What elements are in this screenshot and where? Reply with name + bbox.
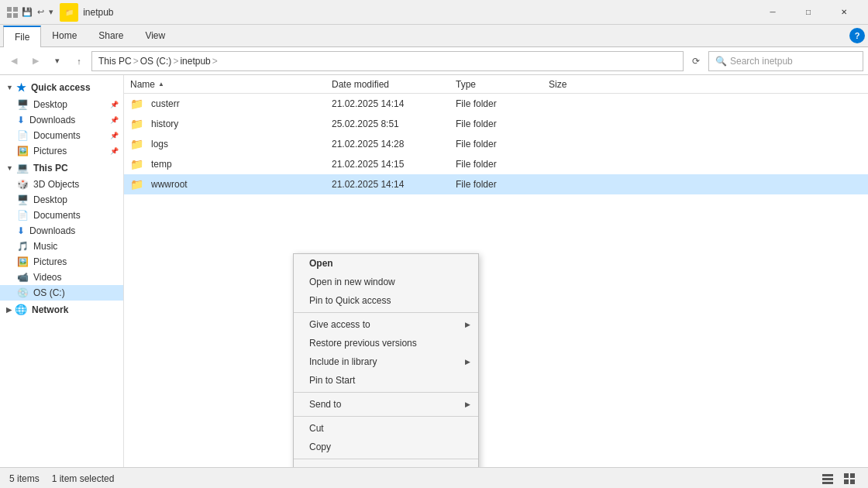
path-drive[interactable]: OS (C:) bbox=[140, 56, 172, 67]
close-button[interactable]: ✕ bbox=[826, 0, 862, 25]
address-bar: ◀ ▶ ▾ ↑ This PC > OS (C:) > inetpub > ⟳ … bbox=[0, 47, 868, 75]
status-info: 5 items 1 item selected bbox=[9, 473, 114, 484]
network-label: Network bbox=[32, 304, 68, 315]
forward-button[interactable]: ▶ bbox=[26, 52, 45, 70]
tab-home[interactable]: Home bbox=[41, 25, 88, 46]
file-date-history: 25.02.2025 8:51 bbox=[332, 119, 456, 129]
col-header-size[interactable]: Size bbox=[549, 79, 611, 90]
file-row-wwwroot[interactable]: 📁 wwwroot 21.02.2025 14:14 File folder bbox=[124, 174, 868, 194]
sidebar-item-downloads[interactable]: ⬇ Downloads 📌 bbox=[0, 112, 123, 128]
svg-rect-3 bbox=[13, 13, 18, 18]
sidebar-label-pictures: Pictures bbox=[33, 146, 67, 156]
sidebar-label-documents: Documents bbox=[33, 130, 81, 141]
sidebar-item-videos[interactable]: 📹 Videos bbox=[0, 270, 123, 285]
ctx-divider-3 bbox=[294, 416, 478, 417]
recent-button[interactable]: ▾ bbox=[48, 52, 67, 70]
ribbon: File Home Share View ? bbox=[0, 25, 868, 47]
up-button[interactable]: ↑ bbox=[70, 52, 88, 70]
file-type-history: File folder bbox=[456, 119, 549, 129]
undo-icon[interactable]: ↩ bbox=[37, 7, 44, 16]
col-header-date[interactable]: Date modified bbox=[332, 79, 456, 90]
status-bar: 5 items 1 item selected bbox=[0, 467, 868, 488]
ctx-create-shortcut[interactable]: Create shortcut bbox=[294, 462, 478, 467]
help-button[interactable]: ? bbox=[849, 28, 865, 43]
col-header-name[interactable]: Name ▲ bbox=[130, 79, 332, 90]
pin-icon-downloads: 📌 bbox=[110, 116, 119, 124]
col-header-type[interactable]: Type bbox=[456, 79, 549, 90]
window-title: inetpub bbox=[83, 7, 755, 18]
details-view-button[interactable] bbox=[818, 469, 837, 488]
folder-icon-pictures: 🖼️ bbox=[17, 146, 29, 156]
view-toggle bbox=[818, 469, 859, 488]
sidebar-item-pictures[interactable]: 🖼️ Pictures 📌 bbox=[0, 143, 123, 159]
file-name-logs: 📁 logs bbox=[130, 138, 332, 150]
file-row-history[interactable]: 📁 history 25.02.2025 8:51 File folder bbox=[124, 114, 868, 134]
pin-icon-documents: 📌 bbox=[110, 132, 119, 139]
ctx-open[interactable]: Open bbox=[294, 254, 478, 273]
network-header[interactable]: ▶ 🌐 Network bbox=[0, 301, 123, 318]
icon-pc-downloads: ⬇ bbox=[17, 225, 25, 236]
folder-icon-logs: 📁 bbox=[130, 138, 143, 150]
svg-rect-2 bbox=[7, 13, 12, 18]
sidebar-item-desktop[interactable]: 🖥️ Desktop 📌 bbox=[0, 97, 123, 112]
file-name-history: 📁 history bbox=[130, 118, 332, 130]
svg-rect-0 bbox=[7, 7, 12, 12]
path-folder[interactable]: inetpub bbox=[180, 56, 210, 67]
label-videos: Videos bbox=[33, 272, 61, 283]
dropdown-icon[interactable]: ▾ bbox=[49, 7, 53, 16]
large-icons-button[interactable] bbox=[840, 469, 859, 488]
file-row-temp[interactable]: 📁 temp 21.02.2025 14:15 File folder bbox=[124, 154, 868, 174]
ctx-copy[interactable]: Copy bbox=[294, 438, 478, 456]
ctx-send-to[interactable]: Send to bbox=[294, 395, 478, 414]
tab-view[interactable]: View bbox=[134, 25, 176, 46]
icon-3dobjects: 🎲 bbox=[17, 179, 29, 190]
maximize-button[interactable]: □ bbox=[790, 0, 826, 25]
search-placeholder: Search inetpub bbox=[730, 56, 793, 67]
refresh-button[interactable]: ⟳ bbox=[687, 52, 705, 70]
sidebar-item-pc-desktop[interactable]: 🖥️ Desktop bbox=[0, 192, 123, 208]
folder-icon-history: 📁 bbox=[130, 118, 143, 130]
sidebar-item-osc[interactable]: 💿 OS (C:) bbox=[0, 285, 123, 301]
ctx-pin-start[interactable]: Pin to Start bbox=[294, 371, 478, 390]
sidebar-item-documents[interactable]: 📄 Documents 📌 bbox=[0, 128, 123, 143]
save-icon[interactable]: 💾 bbox=[22, 7, 33, 16]
ctx-restore-versions[interactable]: Restore previous versions bbox=[294, 334, 478, 352]
search-icon: 🔍 bbox=[715, 56, 727, 67]
svg-rect-6 bbox=[822, 482, 833, 484]
sidebar-item-music[interactable]: 🎵 Music bbox=[0, 239, 123, 254]
address-path[interactable]: This PC > OS (C:) > inetpub > bbox=[91, 51, 684, 71]
ctx-include-library[interactable]: Include in library bbox=[294, 352, 478, 371]
title-bar: 💾 ↩ ▾ 📁 inetpub ─ □ ✕ bbox=[0, 0, 868, 25]
ctx-open-new-window[interactable]: Open in new window bbox=[294, 273, 478, 291]
sidebar-item-pc-pictures[interactable]: 🖼️ Pictures bbox=[0, 254, 123, 270]
chevron-icon-net: ▶ bbox=[6, 306, 12, 314]
chevron-icon: ▼ bbox=[6, 84, 13, 91]
pin-icon-pictures: 📌 bbox=[110, 147, 119, 155]
label-music: Music bbox=[33, 241, 57, 252]
search-box[interactable]: 🔍 Search inetpub bbox=[708, 51, 863, 71]
sort-arrow-icon: ▲ bbox=[158, 81, 164, 88]
minimize-button[interactable]: ─ bbox=[755, 0, 790, 25]
quick-access-header[interactable]: ▼ ★ Quick access bbox=[0, 78, 123, 97]
file-list: 📁 custerr 21.02.2025 14:14 File folder 📁… bbox=[124, 94, 868, 467]
file-date-wwwroot: 21.02.2025 14:14 bbox=[332, 179, 456, 190]
this-pc-header[interactable]: ▼ 💻 This PC bbox=[0, 159, 123, 177]
ctx-cut[interactable]: Cut bbox=[294, 419, 478, 438]
icon-pc-pictures: 🖼️ bbox=[17, 256, 29, 267]
folder-icon-wwwroot: 📁 bbox=[130, 178, 143, 191]
ctx-pin-quick-access[interactable]: Pin to Quick access bbox=[294, 291, 478, 310]
svg-rect-9 bbox=[844, 479, 849, 484]
path-this-pc[interactable]: This PC bbox=[98, 56, 132, 67]
file-row-logs[interactable]: 📁 logs 21.02.2025 14:28 File folder bbox=[124, 134, 868, 154]
ctx-give-access[interactable]: Give access to bbox=[294, 315, 478, 334]
tab-share[interactable]: Share bbox=[88, 25, 134, 46]
sidebar-item-3dobjects[interactable]: 🎲 3D Objects bbox=[0, 177, 123, 192]
file-name-temp: 📁 temp bbox=[130, 158, 332, 170]
tab-file[interactable]: File bbox=[3, 26, 41, 47]
sidebar-item-pc-documents[interactable]: 📄 Documents bbox=[0, 208, 123, 223]
sidebar-item-pc-downloads[interactable]: ⬇ Downloads bbox=[0, 223, 123, 239]
file-row-custerr[interactable]: 📁 custerr 21.02.2025 14:14 File folder bbox=[124, 94, 868, 114]
folder-icon-desktop: 🖥️ bbox=[17, 99, 29, 110]
back-button[interactable]: ◀ bbox=[5, 52, 23, 70]
file-date-temp: 21.02.2025 14:15 bbox=[332, 159, 456, 170]
